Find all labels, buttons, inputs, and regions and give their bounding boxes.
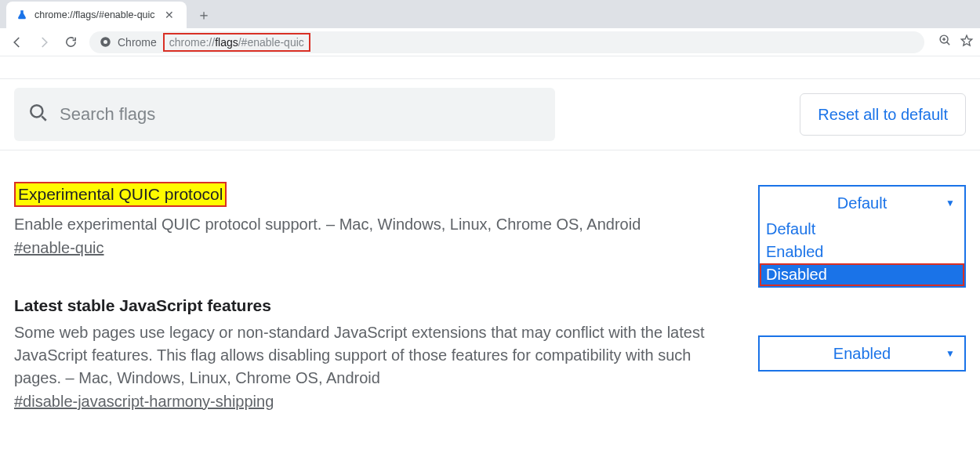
search-flags-box[interactable] <box>14 88 555 141</box>
url-prefix: chrome:// <box>169 36 215 49</box>
select-value: Default <box>837 194 887 212</box>
tabstrip: chrome://flags/#enable-quic ✕ ＋ <box>0 0 980 28</box>
reload-button[interactable] <box>60 31 82 53</box>
address-bar[interactable]: Chrome chrome://flags/#enable-quic <box>89 31 924 53</box>
reset-all-button[interactable]: Reset all to default <box>800 93 966 136</box>
flag-anchor-link[interactable]: #enable-quic <box>14 239 104 257</box>
svg-point-1 <box>103 40 107 44</box>
flag-row-enable-quic: Experimental QUIC protocol Enable experi… <box>14 182 966 257</box>
browser-tab[interactable]: chrome://flags/#enable-quic ✕ <box>6 2 187 28</box>
chevron-down-icon: ▼ <box>946 198 955 208</box>
flag-select-js-harmony[interactable]: Enabled ▼ <box>758 296 966 372</box>
url-suffix: /#enable-quic <box>238 36 304 49</box>
svg-point-3 <box>31 105 42 117</box>
flask-icon <box>16 9 28 21</box>
omnibox-source-label: Chrome <box>118 36 157 49</box>
flag-description: Enable experimental QUIC protocol suppor… <box>14 213 641 236</box>
option-default[interactable]: Default <box>760 218 964 241</box>
back-button[interactable] <box>6 31 28 53</box>
flag-title: Experimental QUIC protocol <box>14 182 227 207</box>
chevron-down-icon: ▼ <box>946 348 955 359</box>
select-dropdown: Default Enabled Disabled <box>758 218 966 288</box>
flag-row-js-harmony: Latest stable JavaScript features Some w… <box>14 296 966 411</box>
close-icon[interactable]: ✕ <box>162 7 177 23</box>
new-tab-button[interactable]: ＋ <box>193 4 215 26</box>
forward-button[interactable] <box>33 31 55 53</box>
flag-anchor-link[interactable]: #disable-javascript-harmony-shipping <box>14 393 274 411</box>
zoom-icon[interactable] <box>938 34 952 50</box>
search-icon <box>28 103 49 126</box>
search-flags-input[interactable] <box>60 104 541 125</box>
option-enabled[interactable]: Enabled <box>760 241 964 263</box>
tab-title: chrome://flags/#enable-quic <box>34 9 155 20</box>
browser-toolbar: Chrome chrome://flags/#enable-quic <box>0 28 980 56</box>
option-disabled[interactable]: Disabled <box>760 263 964 286</box>
omnibox-url-highlight: chrome://flags/#enable-quic <box>163 33 310 52</box>
page-content: Reset all to default Experimental QUIC p… <box>0 56 980 411</box>
flag-description: Some web pages use legacy or non-standar… <box>14 321 728 390</box>
reset-all-label: Reset all to default <box>818 106 948 124</box>
chrome-icon <box>99 36 111 49</box>
bookmark-star-icon[interactable] <box>960 34 974 51</box>
flag-select-enable-quic[interactable]: Default ▼ Default Enabled Disabled <box>758 182 966 221</box>
select-value: Enabled <box>833 345 891 363</box>
url-host: flags <box>215 36 238 49</box>
flag-title: Latest stable JavaScript features <box>14 296 728 315</box>
